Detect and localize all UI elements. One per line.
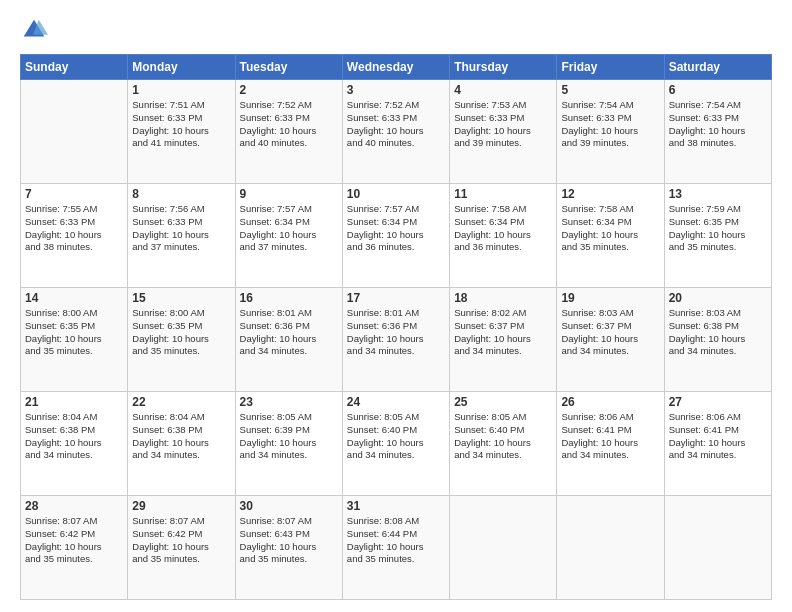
table-row: 11Sunrise: 7:58 AMSunset: 6:34 PMDayligh… [450,184,557,288]
cell-info: Sunrise: 8:05 AMSunset: 6:40 PMDaylight:… [454,411,552,462]
table-row: 15Sunrise: 8:00 AMSunset: 6:35 PMDayligh… [128,288,235,392]
cell-info: Sunrise: 8:06 AMSunset: 6:41 PMDaylight:… [561,411,659,462]
cell-info: Sunrise: 8:06 AMSunset: 6:41 PMDaylight:… [669,411,767,462]
cell-info: Sunrise: 7:54 AMSunset: 6:33 PMDaylight:… [561,99,659,150]
col-saturday: Saturday [664,55,771,80]
cell-info: Sunrise: 7:54 AMSunset: 6:33 PMDaylight:… [669,99,767,150]
table-row: 26Sunrise: 8:06 AMSunset: 6:41 PMDayligh… [557,392,664,496]
cell-info: Sunrise: 8:01 AMSunset: 6:36 PMDaylight:… [240,307,338,358]
table-row: 10Sunrise: 7:57 AMSunset: 6:34 PMDayligh… [342,184,449,288]
table-row: 19Sunrise: 8:03 AMSunset: 6:37 PMDayligh… [557,288,664,392]
col-sunday: Sunday [21,55,128,80]
cell-info: Sunrise: 8:00 AMSunset: 6:35 PMDaylight:… [25,307,123,358]
day-number: 21 [25,395,123,409]
table-row: 28Sunrise: 8:07 AMSunset: 6:42 PMDayligh… [21,496,128,600]
col-monday: Monday [128,55,235,80]
table-row: 12Sunrise: 7:58 AMSunset: 6:34 PMDayligh… [557,184,664,288]
cell-info: Sunrise: 7:52 AMSunset: 6:33 PMDaylight:… [240,99,338,150]
cell-info: Sunrise: 7:52 AMSunset: 6:33 PMDaylight:… [347,99,445,150]
table-row: 30Sunrise: 8:07 AMSunset: 6:43 PMDayligh… [235,496,342,600]
col-wednesday: Wednesday [342,55,449,80]
calendar-week-row: 1Sunrise: 7:51 AMSunset: 6:33 PMDaylight… [21,80,772,184]
col-tuesday: Tuesday [235,55,342,80]
day-number: 2 [240,83,338,97]
calendar-week-row: 14Sunrise: 8:00 AMSunset: 6:35 PMDayligh… [21,288,772,392]
page: Sunday Monday Tuesday Wednesday Thursday… [0,0,792,612]
cell-info: Sunrise: 8:03 AMSunset: 6:37 PMDaylight:… [561,307,659,358]
cell-info: Sunrise: 8:04 AMSunset: 6:38 PMDaylight:… [25,411,123,462]
day-number: 17 [347,291,445,305]
table-row: 31Sunrise: 8:08 AMSunset: 6:44 PMDayligh… [342,496,449,600]
cell-info: Sunrise: 8:08 AMSunset: 6:44 PMDaylight:… [347,515,445,566]
table-row: 7Sunrise: 7:55 AMSunset: 6:33 PMDaylight… [21,184,128,288]
logo [20,16,50,44]
day-number: 10 [347,187,445,201]
table-row: 13Sunrise: 7:59 AMSunset: 6:35 PMDayligh… [664,184,771,288]
table-row: 4Sunrise: 7:53 AMSunset: 6:33 PMDaylight… [450,80,557,184]
table-row: 2Sunrise: 7:52 AMSunset: 6:33 PMDaylight… [235,80,342,184]
cell-info: Sunrise: 8:05 AMSunset: 6:39 PMDaylight:… [240,411,338,462]
day-number: 8 [132,187,230,201]
day-number: 23 [240,395,338,409]
day-number: 4 [454,83,552,97]
cell-info: Sunrise: 8:01 AMSunset: 6:36 PMDaylight:… [347,307,445,358]
table-row: 27Sunrise: 8:06 AMSunset: 6:41 PMDayligh… [664,392,771,496]
day-number: 28 [25,499,123,513]
cell-info: Sunrise: 8:05 AMSunset: 6:40 PMDaylight:… [347,411,445,462]
cell-info: Sunrise: 7:58 AMSunset: 6:34 PMDaylight:… [561,203,659,254]
col-friday: Friday [557,55,664,80]
cell-info: Sunrise: 8:02 AMSunset: 6:37 PMDaylight:… [454,307,552,358]
day-number: 11 [454,187,552,201]
table-row: 22Sunrise: 8:04 AMSunset: 6:38 PMDayligh… [128,392,235,496]
table-row: 25Sunrise: 8:05 AMSunset: 6:40 PMDayligh… [450,392,557,496]
calendar-header-row: Sunday Monday Tuesday Wednesday Thursday… [21,55,772,80]
calendar-table: Sunday Monday Tuesday Wednesday Thursday… [20,54,772,600]
table-row: 1Sunrise: 7:51 AMSunset: 6:33 PMDaylight… [128,80,235,184]
day-number: 5 [561,83,659,97]
cell-info: Sunrise: 7:53 AMSunset: 6:33 PMDaylight:… [454,99,552,150]
day-number: 30 [240,499,338,513]
day-number: 31 [347,499,445,513]
day-number: 24 [347,395,445,409]
cell-info: Sunrise: 7:57 AMSunset: 6:34 PMDaylight:… [240,203,338,254]
table-row: 16Sunrise: 8:01 AMSunset: 6:36 PMDayligh… [235,288,342,392]
table-row: 17Sunrise: 8:01 AMSunset: 6:36 PMDayligh… [342,288,449,392]
table-row: 24Sunrise: 8:05 AMSunset: 6:40 PMDayligh… [342,392,449,496]
day-number: 1 [132,83,230,97]
day-number: 25 [454,395,552,409]
calendar-week-row: 7Sunrise: 7:55 AMSunset: 6:33 PMDaylight… [21,184,772,288]
header [20,16,772,44]
cell-info: Sunrise: 7:58 AMSunset: 6:34 PMDaylight:… [454,203,552,254]
table-row: 6Sunrise: 7:54 AMSunset: 6:33 PMDaylight… [664,80,771,184]
table-row: 14Sunrise: 8:00 AMSunset: 6:35 PMDayligh… [21,288,128,392]
cell-info: Sunrise: 8:07 AMSunset: 6:43 PMDaylight:… [240,515,338,566]
cell-info: Sunrise: 8:07 AMSunset: 6:42 PMDaylight:… [25,515,123,566]
cell-info: Sunrise: 7:59 AMSunset: 6:35 PMDaylight:… [669,203,767,254]
day-number: 3 [347,83,445,97]
cell-info: Sunrise: 7:56 AMSunset: 6:33 PMDaylight:… [132,203,230,254]
day-number: 29 [132,499,230,513]
day-number: 27 [669,395,767,409]
day-number: 26 [561,395,659,409]
table-row [450,496,557,600]
cell-info: Sunrise: 7:55 AMSunset: 6:33 PMDaylight:… [25,203,123,254]
cell-info: Sunrise: 7:57 AMSunset: 6:34 PMDaylight:… [347,203,445,254]
day-number: 14 [25,291,123,305]
table-row [557,496,664,600]
day-number: 12 [561,187,659,201]
table-row: 21Sunrise: 8:04 AMSunset: 6:38 PMDayligh… [21,392,128,496]
day-number: 9 [240,187,338,201]
day-number: 13 [669,187,767,201]
calendar-week-row: 28Sunrise: 8:07 AMSunset: 6:42 PMDayligh… [21,496,772,600]
cell-info: Sunrise: 8:03 AMSunset: 6:38 PMDaylight:… [669,307,767,358]
day-number: 16 [240,291,338,305]
day-number: 19 [561,291,659,305]
table-row: 23Sunrise: 8:05 AMSunset: 6:39 PMDayligh… [235,392,342,496]
cell-info: Sunrise: 8:04 AMSunset: 6:38 PMDaylight:… [132,411,230,462]
table-row: 18Sunrise: 8:02 AMSunset: 6:37 PMDayligh… [450,288,557,392]
table-row: 5Sunrise: 7:54 AMSunset: 6:33 PMDaylight… [557,80,664,184]
cell-info: Sunrise: 8:07 AMSunset: 6:42 PMDaylight:… [132,515,230,566]
cell-info: Sunrise: 7:51 AMSunset: 6:33 PMDaylight:… [132,99,230,150]
table-row: 29Sunrise: 8:07 AMSunset: 6:42 PMDayligh… [128,496,235,600]
col-thursday: Thursday [450,55,557,80]
